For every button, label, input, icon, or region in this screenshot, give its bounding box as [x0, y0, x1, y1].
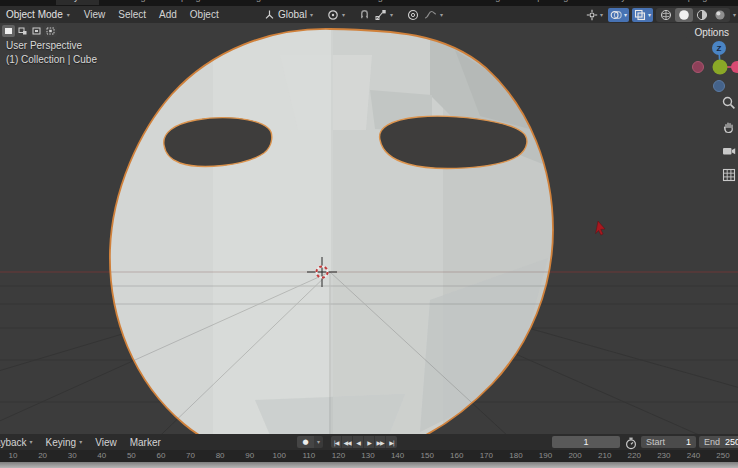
workspace-tab--[interactable]: +: [717, 0, 738, 5]
shading-rendered-button[interactable]: [711, 8, 729, 22]
viewport-side-buttons: [721, 95, 736, 182]
timeline-menu-playback[interactable]: Playback▾: [0, 437, 33, 448]
pivot-point-selector[interactable]: ▾: [327, 9, 345, 21]
frame-start-field[interactable]: Start 1: [641, 436, 696, 448]
play-button[interactable]: ▶: [364, 436, 375, 448]
toggle-grid-icon: [722, 168, 736, 182]
shading-wireframe-button[interactable]: [657, 8, 675, 22]
workspace-tab-shading[interactable]: Shading: [342, 0, 391, 5]
workspace-tab-rendering[interactable]: Rendering: [451, 0, 509, 5]
jump-to-start-button[interactable]: |◀: [331, 436, 342, 448]
chevron-down-icon: ▾: [624, 12, 627, 18]
record-icon: ●: [302, 438, 308, 446]
ruler-tick-70: 70: [186, 451, 195, 460]
workspace-tab-uv-editing[interactable]: UV Editing: [211, 0, 270, 5]
header-menu-view[interactable]: View: [84, 9, 106, 20]
frame-start-label: Start: [646, 437, 665, 447]
chevron-down-icon: ▾: [648, 12, 651, 18]
workspace-tabstrip: LayoutModelingSculptingUV EditingTexture…: [0, 0, 738, 6]
frame-end-label: End: [704, 437, 720, 447]
snap-target-icon: [375, 9, 387, 21]
gizmo-toggle[interactable]: ▾: [584, 8, 605, 22]
auto-keying-options[interactable]: ▾: [314, 436, 323, 448]
ruler-tick-160: 160: [450, 451, 463, 460]
workspace-tab-geometry-nodes[interactable]: Geometry Nodes: [578, 0, 662, 5]
ruler-tick-90: 90: [245, 451, 254, 460]
proportional-falloff-selector[interactable]: ▾: [424, 9, 443, 20]
pivot-point-icon: [327, 9, 339, 21]
pan-button[interactable]: [721, 119, 736, 134]
gizmo-z-label: Z: [717, 44, 722, 53]
bottom-strip: [0, 462, 738, 468]
transform-orientation-icon: [264, 9, 275, 20]
active-collection-label: (1) Collection | Cube: [6, 54, 97, 65]
overlays-toggle[interactable]: ▾: [608, 8, 629, 22]
play-reverse-button[interactable]: ◀: [353, 436, 364, 448]
snap-toggle[interactable]: [359, 9, 370, 20]
shading-material-button[interactable]: [693, 8, 711, 22]
timeline-menu-marker[interactable]: Marker: [130, 437, 161, 448]
workspace-tab-layout[interactable]: Layout: [56, 0, 99, 5]
proportional-editing-toggle[interactable]: [407, 9, 419, 21]
pan-hand-icon: [722, 120, 736, 134]
ruler-tick-50: 50: [127, 451, 136, 460]
jump-to-end-button[interactable]: ▶|: [386, 436, 397, 448]
prev-keyframe-button[interactable]: ◀◀: [342, 436, 353, 448]
chevron-down-icon: ▾: [30, 439, 33, 445]
gizmo-y-ball[interactable]: [713, 60, 728, 75]
shading-solid-button[interactable]: [675, 8, 693, 22]
stopwatch-icon: [625, 437, 637, 450]
gizmo-toggle-icon: [586, 9, 598, 21]
gizmo-x-pos-ball[interactable]: [731, 61, 738, 73]
overlays-toggle-icon: [610, 9, 622, 21]
mode-selector-label: Object Mode: [6, 9, 63, 20]
preview-range-button[interactable]: [625, 436, 637, 454]
workspace-tab-scripting[interactable]: Scripting: [664, 0, 715, 5]
snap-target-selector[interactable]: ▾: [375, 9, 393, 21]
select-mode-invert-button[interactable]: [44, 25, 57, 37]
timeline-header: Playback▾Keying▾ViewMarker ● ▾ |◀◀◀◀▶▶▶▶…: [0, 434, 738, 450]
mask-object[interactable]: [0, 23, 563, 434]
select-mode-set-button[interactable]: [2, 25, 15, 37]
ruler-tick-30: 30: [68, 451, 77, 460]
ruler-tick-150: 150: [420, 451, 433, 460]
red-cursor-pointer: [596, 221, 605, 235]
next-keyframe-button[interactable]: ▶▶: [375, 436, 386, 448]
gizmo-z-neg-ball[interactable]: [714, 81, 725, 92]
shading-mode-group: [656, 8, 730, 22]
workspace-tab-animation[interactable]: Animation: [393, 0, 449, 5]
header-menu-select[interactable]: Select: [118, 9, 146, 20]
timeline-menu-view[interactable]: View: [95, 437, 117, 448]
viewport[interactable]: User Perspective (1) Collection | Cube O…: [0, 23, 738, 434]
ruler-tick-60: 60: [156, 451, 165, 460]
mask-facets: [0, 23, 563, 434]
header-menu-add[interactable]: Add: [159, 9, 177, 20]
timeline-menu-keying[interactable]: Keying▾: [46, 437, 83, 448]
chevron-down-icon: ▾: [342, 12, 345, 18]
select-mode-subtract-button[interactable]: [30, 25, 43, 37]
transform-orientation-selector[interactable]: Global ▾: [264, 9, 313, 20]
camera-view-button[interactable]: [721, 143, 736, 158]
mode-selector[interactable]: Object Mode ▾: [6, 9, 70, 20]
workspace-tab-sculpting[interactable]: Sculpting: [156, 0, 209, 5]
select-mode-extend-button[interactable]: [16, 25, 29, 37]
xray-toggle[interactable]: ▾: [632, 8, 653, 22]
navigation-axis-gizmo[interactable]: Z: [680, 37, 738, 101]
current-frame-field[interactable]: 1: [552, 436, 620, 448]
chevron-down-icon: ▾: [600, 12, 603, 18]
rendered-sphere-icon: [714, 9, 726, 21]
snap-magnet-icon: [359, 9, 370, 20]
toggle-perspective-button[interactable]: [721, 167, 736, 182]
workspace-tab-modeling[interactable]: Modeling: [101, 0, 154, 5]
blender-window: LayoutModelingSculptingUV EditingTexture…: [0, 0, 738, 468]
viewport-canvas[interactable]: [0, 23, 738, 434]
workspace-tab-compositing[interactable]: Compositing: [510, 0, 576, 5]
view-perspective-label: User Perspective: [6, 40, 82, 51]
ruler-tick-100: 100: [273, 451, 286, 460]
header-menu-object[interactable]: Object: [190, 9, 219, 20]
workspace-tab-texture-paint[interactable]: Texture Paint: [271, 0, 340, 5]
frame-end-field[interactable]: End 250: [699, 436, 738, 448]
gizmo-x-neg-ball[interactable]: [693, 62, 704, 73]
auto-keying-button[interactable]: ●: [297, 436, 314, 448]
zoom-button[interactable]: [721, 95, 736, 110]
